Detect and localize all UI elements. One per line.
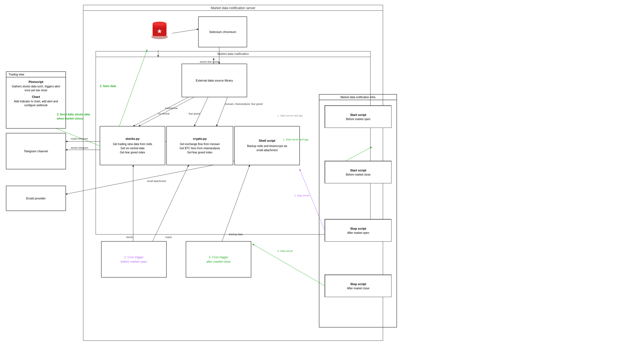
cron-open-label: 2. Cron trigger before market open (121, 255, 147, 264)
start-server-1-label: 1. Start server and app (277, 114, 303, 117)
stop-after-open-label: Stop script (350, 227, 366, 230)
crypto-py-desc: Get exchange flow from messari Get BTC f… (180, 142, 220, 154)
infra-box: Market data notification infra Start scr… (319, 94, 397, 327)
cron-close-label: 3. Cron trigger after market close (206, 255, 231, 264)
telegram-box: Telegram channel (6, 133, 66, 169)
send-daily-label: 2. Send daily stocks data when market cl… (57, 112, 90, 121)
svg-line-32 (119, 50, 147, 126)
email-provider-label: Email provider (26, 197, 46, 200)
svg-line-30 (216, 97, 228, 126)
telegram-label: Telegram channel (24, 150, 48, 153)
shell-script-box: Shell script Backup redis and letsencryp… (234, 126, 300, 165)
stop-server-3-label: 3. Stop server (294, 194, 310, 197)
stop-after-open-box: Stop script After market open (325, 219, 392, 242)
vix-central-label: vix central (158, 112, 170, 115)
crypto-py-box: crypto.py Get exchange flow from messari… (166, 126, 233, 165)
stocks-py-box: stocks.py Get trading view data from red… (100, 126, 165, 165)
email-provider-box: Email provider (6, 186, 66, 211)
svg-line-28 (133, 97, 189, 126)
stop-after-open-desc: After market open (347, 231, 369, 234)
selenium-label: Selenium chromium (209, 30, 236, 34)
crypto-arrow-label: crypto (165, 236, 172, 239)
backup-data-label: Backup data (229, 233, 243, 236)
crypto-telegram-label: crypto telegram (71, 137, 88, 140)
svg-text:★: ★ (157, 28, 162, 35)
cron-close-box: 3. Cron trigger after market close (186, 241, 251, 277)
stocks-fear-greed-label: stocks fear greed (200, 60, 219, 64)
chart-desc: Add indicator to chart, add alert and co… (9, 100, 63, 107)
pinescript-label: Pinescript (9, 80, 63, 83)
svg-line-38 (222, 165, 250, 241)
stocks-telegram-label: stocks telegram (71, 146, 88, 149)
stop-after-close-box: Stop script After market close (325, 275, 392, 297)
tradingview-arrow-label: tradingview (165, 107, 178, 110)
svg-line-29 (194, 97, 208, 126)
svg-line-27 (139, 97, 194, 126)
start-before-open-box: Start script Before market open (325, 106, 392, 128)
svg-line-40 (172, 29, 198, 33)
selenium-box: Selenium chromium (198, 17, 247, 47)
crypto-py-label: crypto.py (193, 137, 207, 140)
shell-script-label: Shell script (259, 139, 275, 142)
stocks-arrow-label: stocks (126, 236, 133, 239)
diagram: Market data notification server ★ Seleni… (0, 0, 644, 347)
start-before-open-desc: Before market open (346, 118, 370, 121)
start-before-close-box: Start script Before market close (325, 161, 392, 183)
infra-title: Market data notification infra (319, 95, 396, 100)
start-server-2-label: 1. Start server and app (283, 138, 309, 141)
cron-open-box: 2. Cron trigger before market open (101, 241, 166, 277)
main-title: Market data notification server (83, 6, 383, 10)
start-before-close-label: Start script (350, 169, 366, 172)
shell-script-desc: Backup redis and letsencrypt via email a… (247, 144, 287, 152)
stop-server-4-label: 4. Stop server (277, 250, 293, 252)
redis-icon: ★ (148, 18, 171, 41)
svg-line-35 (66, 161, 234, 194)
svg-point-44 (153, 22, 166, 26)
messari-label: messari, chainanalysis, fear greed (225, 103, 263, 106)
svg-line-37 (153, 165, 189, 241)
ext-data-box: External data source library (182, 64, 247, 97)
stop-after-close-desc: After market close (347, 287, 370, 290)
start-before-close-desc: Before market close (346, 173, 371, 176)
stocks-py-desc: Get trading view data from redis Get vix… (113, 142, 152, 154)
fear-greed-label: fear greed (189, 112, 200, 115)
chart-label: Chart (9, 95, 63, 98)
pinescript-desc: Gathers stocks data such, triggers alert… (9, 85, 63, 92)
start-before-open-label: Start script (350, 113, 366, 116)
stocks-py-label: stocks.py (125, 137, 140, 140)
stop-after-close-label: Stop script (350, 282, 366, 286)
save-data-label: 2. Save data (100, 85, 116, 88)
trading-view-title: Trading view (6, 72, 65, 77)
market-notif-label: Market data notification (96, 52, 370, 55)
email-attachment-label: email attachment (147, 180, 166, 183)
ext-data-label: External data source library (196, 79, 233, 82)
